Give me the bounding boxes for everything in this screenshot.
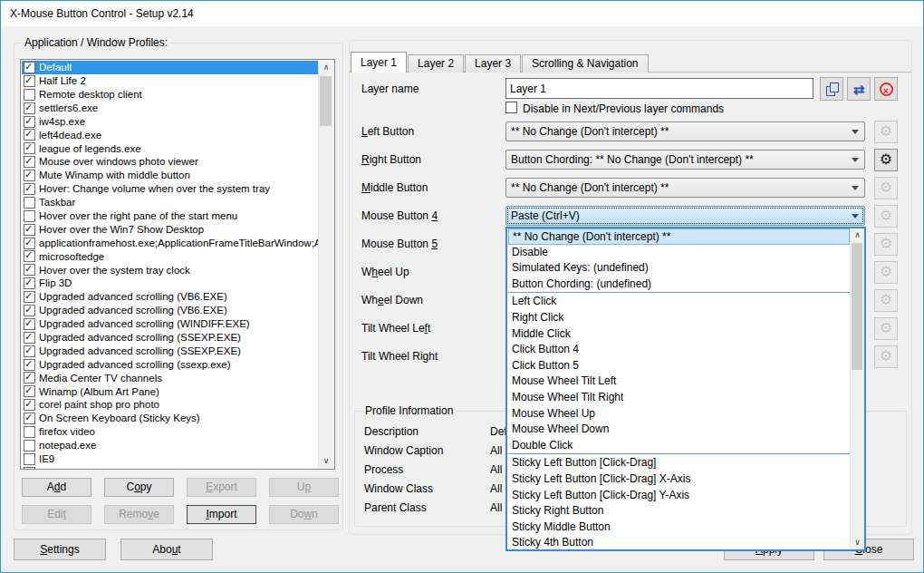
profile-checkbox[interactable]: ✓	[24, 426, 35, 438]
dropdown-item[interactable]: Double Click	[508, 438, 850, 454]
profile-action-button[interactable]: Remove	[104, 505, 174, 524]
profile-checkbox[interactable]: ✓	[24, 224, 35, 236]
profile-row[interactable]: ✓ Mute Winamp with middle button	[22, 169, 318, 182]
profile-checkbox[interactable]: ✓	[24, 142, 35, 154]
profile-row[interactable]: ✓ On Screen Keyboard (Sticky Keys)	[22, 412, 318, 425]
profile-row[interactable]: ✓ settlers6.exe	[22, 102, 318, 115]
profile-row[interactable]: ✓ IE9	[22, 452, 318, 466]
profile-row[interactable]: ✓ Hover: Change volume when over the sys…	[22, 182, 318, 196]
profile-row[interactable]: ✓ Hover over the right pane of the start…	[22, 209, 318, 223]
dropdown-item[interactable]: Disable	[508, 245, 850, 261]
dropdown-item[interactable]: Sticky Left Button [Click-Drag] X-Axis	[508, 471, 850, 488]
profile-row[interactable]: ✓ Upgraded advanced scrolling (VB6.EXE)	[22, 290, 318, 304]
mapping-settings-button[interactable]: ⚙	[874, 149, 898, 171]
profile-checkbox[interactable]: ✓	[24, 89, 35, 101]
layer-name-input[interactable]	[505, 78, 813, 99]
layer-tab[interactable]: Layer 2	[408, 54, 464, 73]
profile-action-button[interactable]: Import	[187, 505, 256, 524]
mapping-settings-button[interactable]: ⚙	[874, 177, 898, 199]
profile-row[interactable]: ✓ applicationframehost.exe;ApplicationFr…	[22, 237, 318, 250]
profile-row[interactable]: ✓ microsoftedge	[22, 249, 318, 263]
profile-checkbox[interactable]: ✓	[24, 345, 35, 357]
profile-row[interactable]: ✓ Upgraded advanced scrolling (SSEXP.EXE…	[22, 345, 318, 358]
delete-layer-button[interactable]: ×	[874, 77, 898, 101]
layer-tab[interactable]: Scrolling & Navigation	[522, 54, 648, 73]
profile-checkbox[interactable]: ✓	[24, 385, 35, 397]
profile-row[interactable]: ✓ Hover over the Win7 Show Desktop	[22, 223, 318, 237]
profile-row[interactable]: ✓ notepad.exe	[22, 439, 318, 452]
profile-row[interactable]: ✓ left4dead.exe	[22, 128, 318, 141]
layer-tab[interactable]: Layer 3	[465, 54, 521, 73]
dropdown-item[interactable]: Click Button 4	[508, 342, 850, 358]
profile-row[interactable]: ✓ Upgraded advanced scrolling (WINDIFF.E…	[22, 317, 318, 331]
scroll-up-icon[interactable]: ∧	[319, 61, 333, 74]
scroll-down-icon[interactable]: ∨	[851, 536, 864, 549]
mapping-settings-button[interactable]: ⚙	[874, 233, 898, 256]
dropdown-item[interactable]: Mouse Wheel Tilt Right	[508, 390, 850, 406]
profile-row[interactable]: ✓ Mouse over windows photo viewer	[22, 155, 318, 169]
profile-checkbox[interactable]: ✓	[24, 210, 35, 222]
mapping-combobox[interactable]: Paste (Ctrl+V)	[505, 206, 865, 226]
mapping-combobox[interactable]: Button Chording: ** No Change (Don't int…	[505, 150, 865, 170]
mapping-combobox[interactable]: ** No Change (Don't intercept) **	[505, 178, 865, 198]
profiles-scrollbar[interactable]: ∧ ∨	[318, 61, 333, 468]
profile-row[interactable]: ✓ Upgraded advanced scrolling (VB6.EXE)	[22, 304, 318, 317]
disable-layer-checkbox[interactable]	[505, 102, 517, 113]
profile-row[interactable]: ✓ Taskbar	[22, 196, 318, 209]
profile-checkbox[interactable]: ✓	[24, 197, 35, 209]
profile-checkbox[interactable]: ✓	[24, 332, 35, 344]
profile-action-button[interactable]: Up	[269, 478, 339, 497]
profile-row[interactable]: ✓ Remote desktop client	[22, 88, 318, 102]
profile-action-button[interactable]: Copy	[104, 478, 174, 497]
dropdown-item[interactable]: Sticky 4th Button	[508, 535, 850, 551]
profile-checkbox[interactable]: ✓	[24, 467, 35, 470]
profile-row[interactable]: ✓ iw4sp.exe	[22, 115, 318, 129]
profile-checkbox[interactable]: ✓	[24, 399, 35, 411]
profile-action-button[interactable]: Add	[22, 478, 91, 497]
layer-tab[interactable]: Layer 1	[351, 52, 407, 73]
mapping-settings-button[interactable]: ⚙	[874, 261, 898, 284]
profile-checkbox[interactable]: ✓	[24, 75, 35, 87]
scrollbar-thumb[interactable]	[852, 243, 862, 370]
settings-button[interactable]: Settings	[14, 539, 106, 560]
dropdown-item[interactable]: Sticky Left Button [Click-Drag] Y-Axis	[508, 488, 850, 504]
dropdown-item[interactable]: Mouse Wheel Up	[508, 406, 850, 422]
dropdown-scrollbar[interactable]: ∧ ∨	[850, 228, 864, 549]
profile-checkbox[interactable]: ✓	[24, 183, 35, 195]
profile-checkbox[interactable]: ✓	[24, 305, 35, 316]
profile-checkbox[interactable]: ✓	[24, 264, 35, 276]
scrollbar-thumb[interactable]	[320, 76, 332, 126]
profile-row[interactable]: ✓ Hover over the system tray clock	[22, 263, 318, 277]
profile-row[interactable]: ✓ Age of Conan	[22, 466, 318, 470]
profile-row[interactable]: ✓ Upgraded advanced scrolling (SSEXP.EXE…	[22, 331, 318, 345]
copy-layer-button[interactable]	[820, 77, 843, 101]
mapping-combobox[interactable]: ** No Change (Don't intercept) **	[505, 121, 865, 141]
profile-row[interactable]: ✓ Default	[22, 61, 318, 74]
swap-layers-button[interactable]: ⇄	[847, 77, 871, 101]
profile-row[interactable]: ✓ Half Life 2	[22, 74, 318, 88]
mapping-settings-button[interactable]: ⚙	[874, 345, 898, 368]
mapping-settings-button[interactable]: ⚙	[874, 205, 898, 228]
profile-checkbox[interactable]: ✓	[24, 359, 35, 371]
scroll-down-icon[interactable]: ∨	[319, 454, 333, 468]
dropdown-item[interactable]: Button Chording: (undefined)	[508, 277, 850, 293]
dropdown-item[interactable]: Sticky Right Button	[508, 503, 850, 520]
profile-checkbox[interactable]: ✓	[24, 440, 35, 452]
mapping-settings-button[interactable]: ⚙	[874, 317, 898, 340]
dropdown-item[interactable]: Mouse Wheel Tilt Left	[508, 374, 850, 390]
dropdown-item[interactable]: Middle Click	[508, 326, 850, 343]
profile-checkbox[interactable]: ✓	[24, 62, 35, 73]
dropdown-item[interactable]: ** No Change (Don't intercept) **	[508, 228, 850, 245]
profile-row[interactable]: ✓ Flip 3D	[22, 277, 318, 290]
profile-action-button[interactable]: Down	[269, 505, 339, 524]
profile-checkbox[interactable]: ✓	[24, 277, 35, 289]
mapping-settings-button[interactable]: ⚙	[874, 289, 898, 312]
profile-row[interactable]: ✓ firefox video	[22, 425, 318, 439]
profile-checkbox[interactable]: ✓	[24, 250, 35, 262]
profile-row[interactable]: ✓ Upgraded advanced scrolling (ssexp.exe…	[22, 358, 318, 372]
profile-checkbox[interactable]: ✓	[24, 291, 35, 303]
profile-checkbox[interactable]: ✓	[24, 453, 35, 465]
profile-row[interactable]: ✓ Winamp (Album Art Pane)	[22, 384, 318, 398]
dropdown-item[interactable]: Sticky Left Button [Click-Drag]	[508, 455, 850, 471]
dropdown-item[interactable]: Left Click	[508, 294, 850, 310]
